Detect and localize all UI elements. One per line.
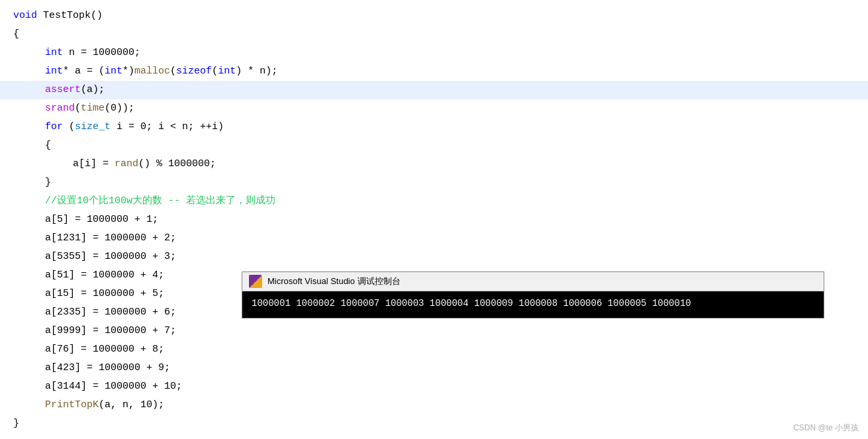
code-token: sizeof <box>176 63 212 80</box>
code-token: a[2335] = 1000000 + 6; <box>45 304 176 321</box>
code-token: ( <box>170 63 176 80</box>
code-token: int <box>45 44 63 62</box>
code-line: a[3144] = 1000000 + 10; <box>0 377 868 396</box>
code-token: a[51] = 1000000 + 4; <box>45 267 164 284</box>
code-token: a[1231] = 1000000 + 2; <box>45 230 176 247</box>
code-line: a[5] = 1000000 + 1; <box>0 211 868 229</box>
code-token: a[423] = 1000000 + 9; <box>45 360 170 377</box>
code-token: malloc <box>134 63 170 80</box>
code-token: a[5] = 1000000 + 1; <box>45 211 158 228</box>
code-token: i = 0; i < n; ++i) <box>111 119 224 136</box>
code-token: int <box>45 63 63 80</box>
code-token: (0)); <box>105 100 134 117</box>
code-token: TestTopk() <box>37 7 103 24</box>
code-token: size_t <box>75 119 111 136</box>
code-token: a[76] = 1000000 + 8; <box>45 341 164 358</box>
code-line: a[76] = 1000000 + 8; <box>0 340 868 359</box>
code-line: } <box>0 173 868 192</box>
code-line: //设置10个比100w大的数 -- 若选出来了，则成功 <box>0 192 868 211</box>
code-token: int <box>105 63 122 80</box>
code-line: a[423] = 1000000 + 9; <box>0 359 868 377</box>
code-token: ) * n); <box>236 63 277 80</box>
code-token: } <box>45 174 51 191</box>
code-line: a[9999] = 1000000 + 7; <box>0 322 868 340</box>
code-token: { <box>45 137 51 154</box>
code-token: srand <box>45 100 75 117</box>
code-token: PrintTopK <box>45 397 99 414</box>
code-token: for <box>45 119 63 136</box>
console-titlebar: Microsoft Visual Studio 调试控制台 <box>242 272 824 291</box>
code-line: int* a = (int*)malloc(sizeof(int) * n); <box>0 62 868 81</box>
code-line: a[i] = rand() % 1000000; <box>0 155 868 173</box>
code-token: (a, n, 10); <box>99 397 164 414</box>
code-token: a[5355] = 1000000 + 3; <box>45 248 176 266</box>
code-line: for (size_t i = 0; i < n; ++i) <box>0 118 868 136</box>
code-line: assert(a); <box>0 81 868 99</box>
code-line: void TestTopk() <box>0 7 868 25</box>
code-token: ( <box>212 63 218 80</box>
console-output: 1000001 1000002 1000007 1000003 1000004 … <box>242 291 824 318</box>
code-line: { <box>0 136 868 155</box>
code-token: a[3144] = 1000000 + 10; <box>45 378 182 395</box>
code-token: a[i] = <box>73 156 115 173</box>
code-token: * a = ( <box>63 63 105 80</box>
code-line: a[5355] = 1000000 + 3; <box>0 248 868 266</box>
code-token: ( <box>75 100 81 117</box>
code-token: rand <box>115 156 138 173</box>
code-line: } <box>0 415 868 433</box>
code-line: { <box>0 25 868 44</box>
code-token: time <box>81 100 105 117</box>
code-line: int n = 1000000; <box>0 44 868 62</box>
code-token: () % 1000000; <box>138 156 216 173</box>
code-area: void TestTopk(){int n = 1000000;int* a =… <box>0 0 868 439</box>
watermark: CSDN @te 小男孩 <box>793 422 859 434</box>
console-popup: Microsoft Visual Studio 调试控制台 1000001 10… <box>242 271 824 318</box>
code-lines-container: void TestTopk(){int n = 1000000;int* a =… <box>0 7 868 433</box>
console-title: Microsoft Visual Studio 调试控制台 <box>267 275 401 287</box>
code-token: a[15] = 1000000 + 5; <box>45 285 164 303</box>
vs-icon <box>249 275 262 288</box>
code-token: int <box>218 63 236 80</box>
code-token: *) <box>122 63 134 80</box>
code-token: } <box>13 415 19 432</box>
code-line: PrintTopK(a, n, 10); <box>0 396 868 415</box>
code-token: n = 1000000; <box>63 44 140 62</box>
code-token: ( <box>63 119 75 136</box>
code-token: (a); <box>81 81 105 99</box>
code-token: void <box>13 7 37 24</box>
code-token: assert <box>45 81 81 99</box>
code-token: { <box>13 26 19 43</box>
code-line: srand(time(0)); <box>0 99 868 118</box>
code-line: a[1231] = 1000000 + 2; <box>0 229 868 248</box>
code-token: //设置10个比100w大的数 -- 若选出来了，则成功 <box>45 193 275 210</box>
code-token: a[9999] = 1000000 + 7; <box>45 322 176 340</box>
